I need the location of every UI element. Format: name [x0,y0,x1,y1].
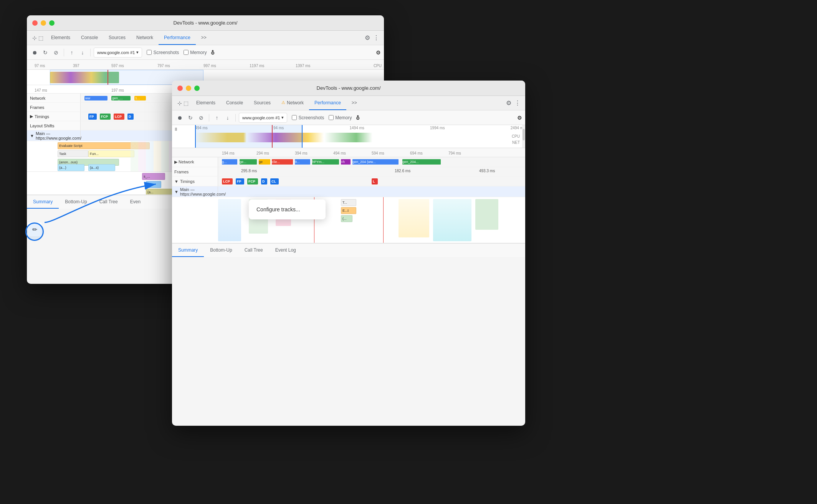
main-header-2[interactable] [218,186,525,197]
tab-overflow-2[interactable]: >> [346,96,362,110]
main-flame-area-2[interactable]: T... E...t (... [172,197,525,243]
clear-button-2[interactable]: ⊘ [197,113,206,122]
cpu-throttle-icon-2[interactable]: ⛢ [356,115,360,121]
frames-tl-row-2: Frames 295.8 ms 182.6 ms 493.3 ms [172,167,525,176]
upload-button-1[interactable]: ↑ [67,48,76,57]
detail-ruler-2: 194 ms 294 ms 394 ms 494 ms 594 ms 694 m… [172,148,525,157]
timeline-overview-2[interactable]: ⏸ 494 ms 94 ms 1494 ms 1994 ms 2494 ms C… [172,125,525,148]
net-ge2: ge [259,159,270,165]
bottom-up-tab-1[interactable]: Bottom-Up [59,195,93,209]
record-button-2[interactable]: ⏺ [175,113,184,122]
tab-console-2[interactable]: Console [221,96,248,110]
record-button-1[interactable]: ⏺ [30,48,39,57]
minimize-button-2[interactable] [186,86,191,91]
screenshots-check-1[interactable] [147,50,152,55]
settings-icon-2[interactable]: ⚙ [517,115,522,121]
lcp-badge: LCP [114,114,124,120]
event-log-tab-2[interactable]: Event Log [269,244,302,257]
upload-button-2[interactable]: ↑ [212,113,222,122]
maximize-button-1[interactable] [49,20,55,26]
cpu-throttle-icon-1[interactable]: ⛢ [211,49,215,56]
scroll-thumb-2[interactable] [523,129,525,140]
reload-button-1[interactable]: ↻ [41,48,50,57]
close-button-2[interactable] [177,86,183,91]
gear-icon-1[interactable]: ⚙ [365,34,370,41]
settings-icon-1[interactable]: ⚙ [376,49,381,56]
summary-tab-2[interactable]: Summary [172,244,204,257]
frames-tl-content-2[interactable]: 295.8 ms 182.6 ms 493.3 ms [218,167,525,176]
frame-val-1: 295.8 ms [241,169,257,173]
scroll-track-2[interactable] [522,125,525,148]
maximize-button-2[interactable] [194,86,200,91]
screenshots-check-2[interactable] [292,115,297,120]
net-clie: clie... [272,159,293,165]
tab-sources-1[interactable]: Sources [103,31,131,45]
divider-1 [64,49,64,56]
memory-checkbox-2[interactable]: Memory [329,115,352,120]
memory-checkbox-1[interactable]: Memory [184,50,207,55]
timings-tl-content-2[interactable]: LCP FP FCP D CL L [218,176,525,186]
memory-check-1[interactable] [184,50,189,55]
reload-button-2[interactable]: ↻ [186,113,195,122]
ov-1994: 1994 ms [430,126,445,130]
frame-val-3: 493.3 ms [479,169,495,173]
pause-icon-2: ⏸ [174,127,178,132]
url-selector-1[interactable]: www.google.com #1 ▾ [94,48,142,58]
tab-performance-2[interactable]: Performance [309,96,346,110]
gear-icon-2[interactable]: ⚙ [506,99,511,107]
timings-label-2: ▼ Timings [172,176,218,186]
tab-elements-2[interactable]: Elements [191,96,221,110]
tab-network-1[interactable]: Network [131,31,159,45]
configure-tracks-popup: Configure tracks... [249,199,326,219]
download-button-1[interactable]: ↓ [78,48,87,57]
timings-label-1: ▶ Timings [27,112,81,121]
chevron-down-icon-1: ▾ [136,50,139,55]
device-icon-1[interactable]: ⬚ [38,35,43,41]
main-label-2: ▼ Main — https://www.google.com/ [172,186,218,197]
configure-tracks-item[interactable]: Configure tracks... [249,203,326,216]
timings-tl-row-2: ▼ Timings LCP FP FCP D CL L [172,176,525,186]
main-chevron-1: ▼ [30,133,34,138]
anon-3: (a...s) [88,164,115,171]
tab-performance-1[interactable]: Performance [159,31,196,45]
tab-console-1[interactable]: Console [76,31,103,45]
task-block-2: Task [58,150,88,157]
url-selector-2[interactable]: www.google.com #1 ▾ [239,113,287,123]
window-title-2: DevTools - www.google.com/ [317,85,381,91]
net-gen204-2: gen_204... [402,159,441,165]
event-log-tab-1[interactable]: Even [124,195,147,209]
tab-sources-2[interactable]: Sources [248,96,276,110]
selection-2[interactable] [195,125,303,148]
more-icon-2[interactable]: ⋮ [514,99,521,107]
bottom-up-tab-2[interactable]: Bottom-Up [204,244,238,257]
timeline-controls-2: ⏸ [174,127,178,132]
cursor-icon-1[interactable]: ⊹ [32,35,37,41]
titlebar-1: DevTools - www.google.com/ [27,15,384,31]
clear-button-1[interactable]: ⊘ [51,48,61,57]
tab-elements-1[interactable]: Elements [46,31,76,45]
dr-394: 394 ms [295,151,308,155]
tab-network-2[interactable]: ⚠ Network [276,96,309,110]
device-icon-2[interactable]: ⬚ [184,100,189,106]
screenshots-checkbox-1[interactable]: Screenshots [147,50,179,55]
frame-val-2: 182.6 ms [395,169,410,173]
frames-label-2: Frames [172,167,218,176]
download-button-2[interactable]: ↓ [223,113,232,122]
net-track-gen: gen_... [111,96,131,100]
summary-tab-1[interactable]: Summary [27,195,59,209]
call-tree-tab-2[interactable]: Call Tree [238,244,269,257]
cursor-icon-2[interactable]: ⊹ [177,100,182,106]
minimize-button-1[interactable] [41,20,46,26]
tab-bar-2: ⊹ ⬚ Elements Console Sources ⚠ Network P… [172,96,525,110]
network-tl-content-2[interactable]: g... ge... ge clie... 9... hPYm... ⌗h ge… [218,157,525,167]
screenshots-checkbox-2[interactable]: Screenshots [292,115,324,120]
call-tree-tab-1[interactable]: Call Tree [93,195,124,209]
url-text-1: www.google.com #1 [97,50,135,55]
close-button-1[interactable] [32,20,38,26]
more-icon-1[interactable]: ⋮ [373,34,379,41]
ruler-1197: 1197 ms [250,64,264,68]
tab-overflow-1[interactable]: >> [196,31,212,45]
d-badge: D [127,114,134,120]
memory-check-2[interactable] [329,115,334,120]
frames-label-1: Frames [27,103,81,112]
